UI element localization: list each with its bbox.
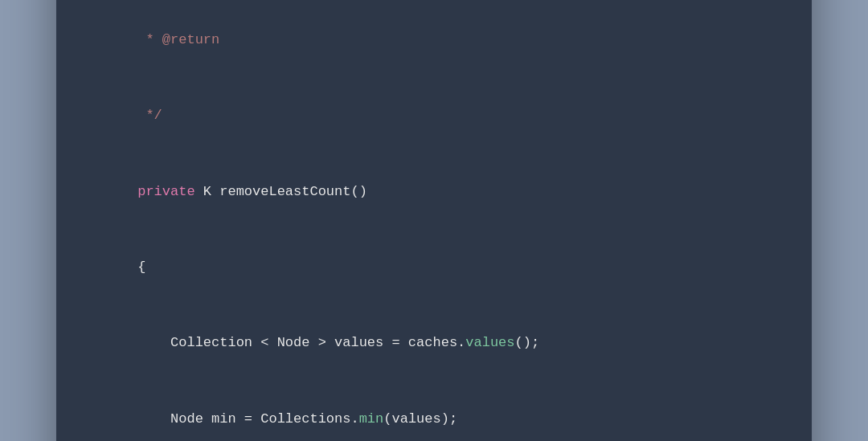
line2-part1: Node min = Collections. xyxy=(137,411,358,427)
code-line-2: Node min = Collections.min(values); xyxy=(88,381,780,441)
open-brace-line: { xyxy=(88,230,780,305)
method-signature-line: private K removeLeastCount() xyxy=(88,153,780,229)
line1-method: values xyxy=(465,335,514,350)
open-brace: { xyxy=(137,259,145,275)
code-editor-window: /** * 移除统计数或者时间比较最小的那个 * @return */ priv… xyxy=(56,0,812,441)
comment-text-3: * @return xyxy=(137,32,219,47)
comment-line-4: */ xyxy=(88,78,780,153)
comment-text-4: */ xyxy=(137,108,162,123)
line2-method: min xyxy=(359,411,384,427)
line2-part2: (values); xyxy=(383,411,457,427)
keyword-private: private xyxy=(137,184,194,199)
line1-part2: (); xyxy=(515,335,540,350)
comment-line-3: * @return xyxy=(88,2,780,78)
code-area: /** * 移除统计数或者时间比较最小的那个 * @return */ priv… xyxy=(56,0,812,441)
line1-part1: Collection < Node > values = caches. xyxy=(137,335,465,350)
method-signature-rest: K removeLeastCount() xyxy=(195,184,367,199)
code-line-1: Collection < Node > values = caches.valu… xyxy=(88,305,780,381)
